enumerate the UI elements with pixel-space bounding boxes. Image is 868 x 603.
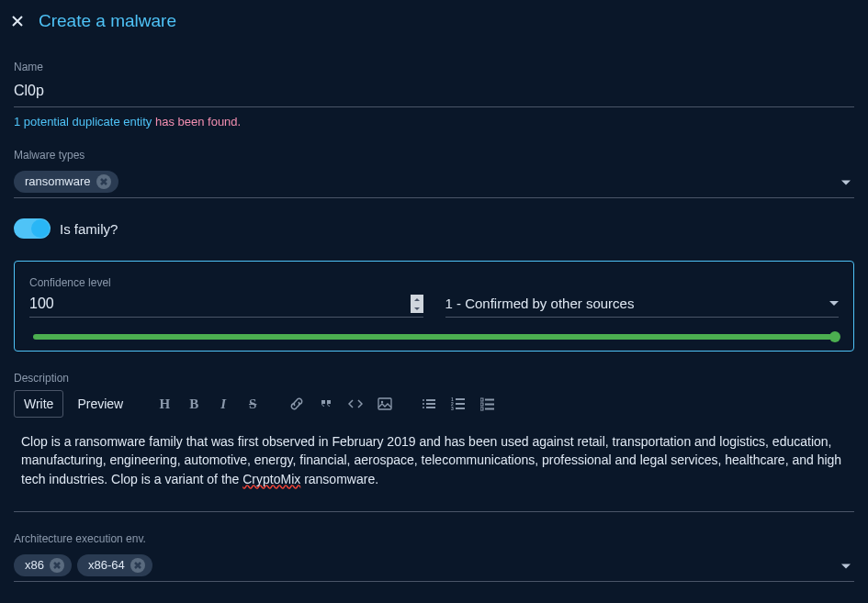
svg-point-1 xyxy=(381,401,383,403)
confidence-input-wrap xyxy=(29,295,423,318)
divider xyxy=(14,511,854,512)
svg-rect-11 xyxy=(456,398,465,400)
svg-text:3: 3 xyxy=(451,406,454,411)
svg-rect-19 xyxy=(485,408,494,410)
toggle-thumb xyxy=(31,219,50,238)
malware-types-label: Malware types xyxy=(14,149,854,162)
svg-rect-15 xyxy=(480,403,483,406)
tab-write[interactable]: Write xyxy=(14,390,63,418)
architecture-select[interactable]: x86 x86-64 xyxy=(14,551,854,582)
confidence-stepper[interactable] xyxy=(411,295,423,313)
chip-remove-icon[interactable] xyxy=(96,174,111,189)
architecture-chip: x86-64 xyxy=(77,554,152,576)
task-list-icon[interactable] xyxy=(475,391,501,417)
svg-rect-6 xyxy=(426,403,435,405)
svg-point-4 xyxy=(423,407,424,408)
bullet-list-icon[interactable] xyxy=(416,391,442,417)
stepper-up-icon[interactable] xyxy=(411,295,423,304)
svg-rect-17 xyxy=(485,399,494,401)
description-textarea[interactable]: Clop is a ransomware family that was fir… xyxy=(14,429,854,493)
confidence-select-text: 1 - Confirmed by other sources xyxy=(445,296,635,311)
svg-rect-7 xyxy=(426,407,435,408)
svg-rect-18 xyxy=(485,404,494,406)
architecture-chip: x86 xyxy=(14,554,72,576)
description-field-group: Description Write Preview H B I S xyxy=(14,372,854,512)
strikethrough-icon[interactable]: S xyxy=(240,391,265,417)
confidence-input[interactable] xyxy=(29,296,411,312)
svg-point-3 xyxy=(423,403,424,405)
dialog-header: Create a malware xyxy=(0,0,868,42)
bold-icon[interactable]: B xyxy=(181,391,207,417)
architecture-label: Architecture execution env. xyxy=(14,532,854,545)
duplicate-warning-suffix: has been found. xyxy=(152,115,241,128)
is-family-row: Is family? xyxy=(14,218,854,239)
confidence-box: Confidence level 1 - Confirmed by other … xyxy=(14,261,854,352)
svg-rect-12 xyxy=(456,403,465,405)
name-field-group: Name 1 potential duplicate entity has be… xyxy=(14,61,854,128)
slider-thumb[interactable] xyxy=(829,331,840,342)
svg-rect-5 xyxy=(426,399,435,401)
heading-icon[interactable]: H xyxy=(152,391,177,417)
editor-toolbar: Write Preview H B I S xyxy=(14,390,854,418)
malware-type-chip: ransomware xyxy=(14,171,118,193)
quote-icon[interactable] xyxy=(313,391,339,417)
duplicate-warning: 1 potential duplicate entity has been fo… xyxy=(14,115,854,128)
code-icon[interactable] xyxy=(343,391,368,417)
svg-point-2 xyxy=(423,399,424,401)
svg-rect-0 xyxy=(378,398,391,409)
confidence-slider[interactable] xyxy=(33,334,835,340)
link-icon[interactable] xyxy=(284,391,310,417)
dialog-title: Create a malware xyxy=(39,11,176,31)
is-family-label: Is family? xyxy=(60,221,118,237)
chip-remove-icon[interactable] xyxy=(130,558,145,573)
svg-rect-16 xyxy=(480,408,483,410)
name-input[interactable] xyxy=(14,79,854,107)
chevron-down-icon[interactable] xyxy=(841,564,851,568)
is-family-toggle[interactable] xyxy=(14,218,51,239)
close-icon[interactable] xyxy=(9,13,26,29)
chip-label: ransomware xyxy=(25,174,91,188)
tab-preview[interactable]: Preview xyxy=(67,390,133,418)
chip-remove-icon[interactable] xyxy=(50,558,64,573)
chevron-down-icon[interactable] xyxy=(841,180,851,184)
image-icon[interactable] xyxy=(372,391,398,417)
malware-types-select[interactable]: ransomware xyxy=(14,167,854,198)
confidence-select[interactable]: 1 - Confirmed by other sources xyxy=(445,295,840,318)
malware-types-field-group: Malware types ransomware xyxy=(14,149,854,198)
architecture-field-group: Architecture execution env. x86 x86-64 xyxy=(14,532,854,582)
svg-rect-13 xyxy=(456,408,465,409)
name-label: Name xyxy=(14,61,854,73)
description-label: Description xyxy=(14,372,854,385)
chip-label: x86-64 xyxy=(88,558,125,572)
chevron-down-icon[interactable] xyxy=(829,301,839,306)
italic-icon[interactable]: I xyxy=(210,391,236,417)
svg-rect-14 xyxy=(480,398,483,401)
duplicate-warning-link[interactable]: 1 potential duplicate entity xyxy=(14,115,152,128)
confidence-label: Confidence level xyxy=(29,276,839,289)
numbered-list-icon[interactable]: 123 xyxy=(445,391,471,417)
stepper-down-icon[interactable] xyxy=(411,304,423,313)
chip-label: x86 xyxy=(25,558,44,572)
